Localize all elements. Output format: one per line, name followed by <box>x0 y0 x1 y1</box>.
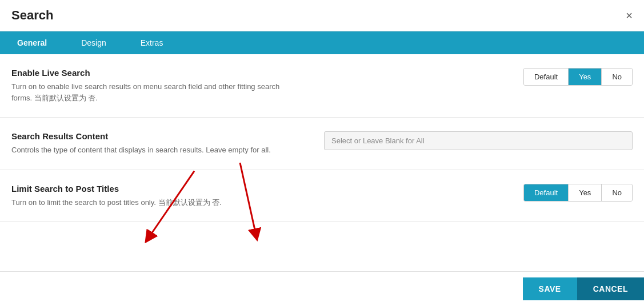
dialog-title: Search <box>11 8 53 23</box>
setting-control-limit-search-post-titles: Default Yes No <box>324 184 633 202</box>
enable-live-search-yes-btn[interactable]: Yes <box>569 69 602 85</box>
setting-search-results-content: Search Results Content Controls the type… <box>0 118 644 170</box>
setting-info-enable-live-search: Enable Live Search Turn on to enable liv… <box>11 68 297 103</box>
tab-general[interactable]: General <box>0 31 64 54</box>
enable-live-search-default-btn[interactable]: Default <box>524 69 569 85</box>
enable-live-search-btn-group: Default Yes No <box>523 68 633 86</box>
setting-info-limit-search-post-titles: Limit Search to Post Titles Turn on to l… <box>11 184 297 208</box>
setting-limit-search-post-titles: Limit Search to Post Titles Turn on to l… <box>0 170 644 223</box>
setting-title-enable-live-search: Enable Live Search <box>11 68 297 78</box>
cancel-button[interactable]: CANCEL <box>577 277 644 300</box>
setting-control-enable-live-search: Default Yes No <box>324 68 633 86</box>
limit-search-no-btn[interactable]: No <box>602 184 632 201</box>
search-results-content-select[interactable]: Select or Leave Blank for All <box>324 131 633 150</box>
limit-search-yes-btn[interactable]: Yes <box>569 184 602 201</box>
setting-control-search-results-content: Select or Leave Blank for All <box>324 131 633 150</box>
tab-design[interactable]: Design <box>64 31 123 54</box>
enable-live-search-no-btn[interactable]: No <box>602 69 632 85</box>
setting-title-limit-search-post-titles: Limit Search to Post Titles <box>11 184 297 194</box>
setting-desc-search-results-content: Controls the type of content that displa… <box>11 144 297 156</box>
tab-extras[interactable]: Extras <box>123 31 181 54</box>
dialog-content: Enable Live Search Turn on to enable liv… <box>0 54 644 271</box>
tabs-bar: General Design Extras <box>0 31 644 54</box>
limit-search-btn-group: Default Yes No <box>523 184 633 202</box>
setting-info-search-results-content: Search Results Content Controls the type… <box>11 131 297 156</box>
save-button[interactable]: SAVE <box>523 277 577 300</box>
setting-enable-live-search: Enable Live Search Turn on to enable liv… <box>0 54 644 118</box>
setting-desc-limit-search-post-titles: Turn on to limit the search to post titl… <box>11 197 297 208</box>
setting-title-search-results-content: Search Results Content <box>11 131 297 141</box>
close-button[interactable]: × <box>626 10 633 21</box>
setting-desc-enable-live-search: Turn on to enable live search results on… <box>11 81 297 103</box>
limit-search-default-btn[interactable]: Default <box>524 184 569 201</box>
dialog-footer: SAVE CANCEL <box>0 271 644 306</box>
dialog: Search × General Design Extras Enable Li… <box>0 0 644 306</box>
dialog-header: Search × <box>0 0 644 31</box>
